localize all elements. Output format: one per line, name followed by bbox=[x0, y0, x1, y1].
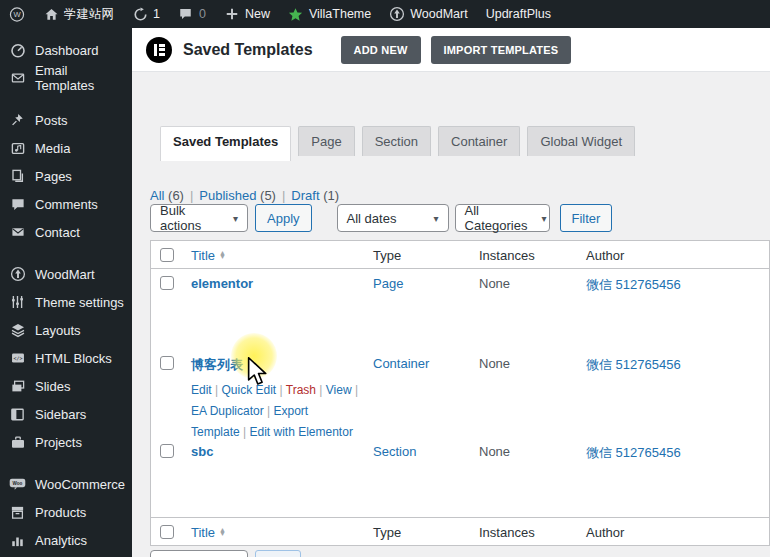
import-templates-button[interactable]: IMPORT TEMPLATES bbox=[431, 36, 572, 64]
adminbar-item-label: UpdraftPlus bbox=[486, 7, 551, 21]
templates-table: Title ▲▼ Type Instances Author elementor… bbox=[150, 240, 770, 546]
row-action-edit[interactable]: Edit bbox=[191, 383, 212, 397]
dates-filter-select[interactable]: All dates ▾ bbox=[337, 204, 449, 232]
adminbar-item-site-name[interactable]: 学建站网 bbox=[34, 0, 123, 28]
template-title-link[interactable]: 博客列表 bbox=[191, 357, 243, 372]
tab-container[interactable]: Container bbox=[438, 126, 520, 156]
instances-value: None bbox=[479, 444, 510, 459]
slides-icon bbox=[9, 378, 26, 395]
briefcase-icon bbox=[9, 434, 26, 451]
sidebar-item-analytics[interactable]: Analytics bbox=[0, 526, 132, 554]
row-action-quick-edit[interactable]: Quick Edit bbox=[221, 383, 276, 397]
author-link[interactable]: 微信 512765456 bbox=[586, 357, 681, 372]
row-action-view[interactable]: View bbox=[326, 383, 352, 397]
adminbar-item-wordpress-logo[interactable]: W bbox=[0, 0, 34, 28]
adminbar-item-label: New bbox=[245, 7, 270, 21]
add-new-button[interactable]: ADD NEW bbox=[341, 36, 421, 64]
row-checkbox[interactable] bbox=[160, 356, 174, 370]
sidebar-item-pages[interactable]: Pages bbox=[0, 162, 132, 190]
filter-button[interactable]: Filter bbox=[560, 204, 613, 232]
sidebar-item-label: WoodMart bbox=[35, 267, 95, 282]
comment-bubble-icon bbox=[9, 196, 26, 213]
tab-page[interactable]: Page bbox=[298, 126, 354, 156]
template-type-link[interactable]: Page bbox=[373, 276, 403, 291]
sidebar-item-html-blocks[interactable]: </>HTML Blocks bbox=[0, 344, 132, 372]
separator: | bbox=[190, 188, 193, 203]
sidebar-icon bbox=[9, 406, 26, 423]
instances-value: None bbox=[479, 356, 510, 371]
sidebar-item-projects[interactable]: Projects bbox=[0, 428, 132, 456]
adminbar-item-label: 0 bbox=[199, 7, 206, 21]
updates-icon bbox=[132, 6, 148, 22]
bulk-actions-select[interactable] bbox=[150, 550, 248, 557]
author-link[interactable]: 微信 512765456 bbox=[586, 445, 681, 460]
tab-section[interactable]: Section bbox=[362, 126, 431, 156]
row-checkbox[interactable] bbox=[160, 276, 174, 290]
adminbar-item-label: VillaTheme bbox=[309, 7, 371, 21]
sidebar-item-label: Contact bbox=[35, 225, 80, 240]
sort-by-title-link[interactable]: Title ▲▼ bbox=[191, 525, 226, 540]
sidebar-item-media[interactable]: Media bbox=[0, 134, 132, 162]
view-filter-published[interactable]: Published (5) bbox=[199, 188, 276, 203]
sidebar-item-slides[interactable]: Slides bbox=[0, 372, 132, 400]
row-action-trash[interactable]: Trash bbox=[286, 383, 316, 397]
bottom-bulk-actions-row bbox=[150, 550, 301, 557]
chevron-down-icon: ▾ bbox=[233, 213, 238, 224]
view-filter-draft[interactable]: Draft (1) bbox=[291, 188, 339, 203]
adminbar-item-updraftplus[interactable]: UpdraftPlus bbox=[477, 0, 560, 28]
sidebar-item-label: Pages bbox=[35, 169, 72, 184]
sidebar-item-theme-settings[interactable]: Theme settings bbox=[0, 288, 132, 316]
column-author-label: Author bbox=[578, 241, 769, 268]
bulk-actions-select[interactable]: Bulk actions ▾ bbox=[150, 204, 248, 232]
select-all-checkbox[interactable] bbox=[160, 525, 174, 539]
tab-global-widget[interactable]: Global Widget bbox=[527, 126, 635, 156]
sidebar-item-email-templates[interactable]: Email Templates bbox=[0, 64, 132, 92]
row-checkbox[interactable] bbox=[160, 444, 174, 458]
sort-by-title-link[interactable]: Title ▲▼ bbox=[191, 248, 226, 263]
sidebar-item-products[interactable]: Products bbox=[0, 498, 132, 526]
admin-sidebar: DashboardEmail TemplatesPostsMediaPagesC… bbox=[0, 28, 132, 557]
view-filter-count: (1) bbox=[323, 188, 339, 203]
sidebar-item-label: Slides bbox=[35, 379, 70, 394]
template-title-link[interactable]: sbc bbox=[191, 444, 213, 459]
adminbar-item-label: 1 bbox=[153, 7, 160, 21]
author-link[interactable]: 微信 512765456 bbox=[586, 277, 681, 292]
row-action-ea-duplicator[interactable]: EA Duplicator bbox=[191, 404, 264, 418]
sidebar-item-dashboard[interactable]: Dashboard bbox=[0, 36, 132, 64]
adminbar-item-updates[interactable]: 1 bbox=[123, 0, 169, 28]
sidebar-item-contact[interactable]: Contact bbox=[0, 218, 132, 246]
template-title-link[interactable]: elementor bbox=[191, 276, 253, 291]
template-type-link[interactable]: Container bbox=[373, 356, 429, 371]
page-header: Saved Templates ADD NEW IMPORT TEMPLATES bbox=[132, 28, 770, 72]
admin-bar: W学建站网10NewVillaThemeWoodMartUpdraftPlus bbox=[0, 0, 770, 28]
view-filter-all[interactable]: All (6) bbox=[150, 188, 184, 203]
column-type-label: Type bbox=[365, 241, 471, 268]
chevron-down-icon: ▾ bbox=[541, 213, 546, 224]
sidebar-item-woocommerce[interactable]: WooWooCommerce bbox=[0, 470, 132, 498]
sidebar-item-woodmart[interactable]: WoodMart bbox=[0, 260, 132, 288]
adminbar-item-comments[interactable]: 0 bbox=[169, 0, 215, 28]
analytics-icon bbox=[9, 532, 26, 549]
adminbar-item-new[interactable]: New bbox=[215, 0, 279, 28]
sidebar-item-label: Media bbox=[35, 141, 70, 156]
template-type-link[interactable]: Section bbox=[373, 444, 416, 459]
select-all-checkbox[interactable] bbox=[160, 248, 174, 262]
sidebar-item-label: Sidebars bbox=[35, 407, 86, 422]
sidebar-item-comments[interactable]: Comments bbox=[0, 190, 132, 218]
sidebar-item-label: Theme settings bbox=[35, 295, 124, 310]
layers-icon bbox=[9, 322, 26, 339]
column-author-label: Author bbox=[578, 518, 769, 545]
sidebar-item-layouts[interactable]: Layouts bbox=[0, 316, 132, 344]
tab-saved-templates[interactable]: Saved Templates bbox=[160, 126, 291, 161]
apply-button[interactable]: Apply bbox=[255, 204, 312, 232]
sidebar-item-sidebars[interactable]: Sidebars bbox=[0, 400, 132, 428]
pin-icon bbox=[9, 112, 26, 129]
sidebar-item-posts[interactable]: Posts bbox=[0, 106, 132, 134]
list-view-filters: All (6)|Published (5)|Draft (1) bbox=[150, 188, 339, 203]
categories-filter-select[interactable]: All Categories ▾ bbox=[455, 204, 550, 232]
apply-button[interactable] bbox=[255, 550, 301, 557]
table-header-row: Title ▲▼ Type Instances Author bbox=[151, 241, 769, 269]
adminbar-item-woodmart[interactable]: WoodMart bbox=[380, 0, 476, 28]
adminbar-item-villatheme[interactable]: VillaTheme bbox=[279, 0, 380, 28]
table-footer-row: Title ▲▼ Type Instances Author bbox=[151, 517, 769, 545]
